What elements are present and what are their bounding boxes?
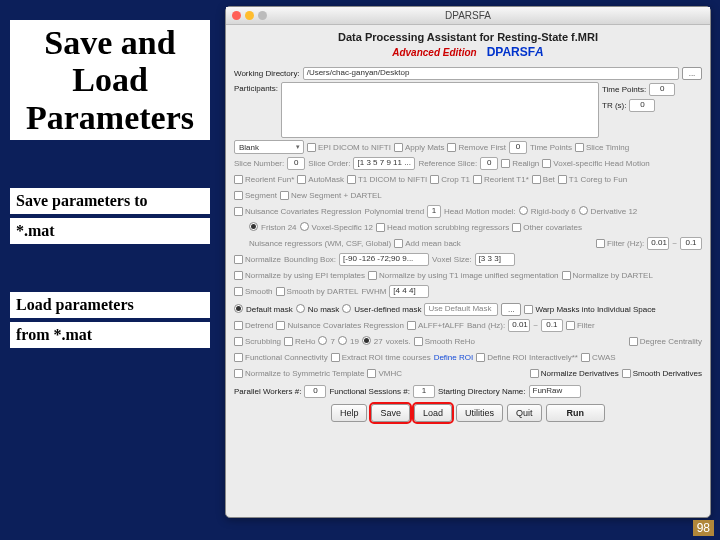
workdir-input[interactable]: /Users/chac-ganyan/Desktop bbox=[303, 67, 679, 80]
fsess-label: Functional Sessions #: bbox=[329, 387, 410, 396]
poly-input[interactable]: 1 bbox=[427, 205, 441, 218]
realign-checkbox[interactable]: Realign bbox=[501, 159, 539, 168]
note-load-2: from *.mat bbox=[10, 322, 210, 348]
degcent-checkbox[interactable]: Degree Centrality bbox=[629, 337, 702, 346]
newseg-checkbox[interactable]: New Segment + DARTEL bbox=[280, 191, 382, 200]
hm-label: Head Motion model: bbox=[444, 207, 516, 216]
normderiv-checkbox[interactable]: Normalize Derivatives bbox=[530, 369, 619, 378]
template-select[interactable]: Blank bbox=[234, 140, 304, 154]
filter-hi-input[interactable]: 0.1 bbox=[680, 237, 702, 250]
cwas-checkbox[interactable]: CWAS bbox=[581, 353, 616, 362]
load-button[interactable]: Load bbox=[414, 404, 452, 422]
reorient-fun-checkbox[interactable]: Reorient Fun* bbox=[234, 175, 294, 184]
scrub-checkbox[interactable]: Head motion scrubbing regressors bbox=[376, 223, 509, 232]
extract-checkbox[interactable]: Extract ROI time courses bbox=[331, 353, 431, 362]
save-button[interactable]: Save bbox=[371, 404, 410, 422]
reho-checkbox[interactable]: ReHo bbox=[284, 337, 315, 346]
voxhm-checkbox[interactable]: Voxel-specific Head Motion bbox=[542, 159, 650, 168]
pworkers-label: Parallel Workers #: bbox=[234, 387, 301, 396]
timepoints-input[interactable]: 0 bbox=[649, 83, 675, 96]
reho7-radio[interactable] bbox=[318, 336, 327, 347]
nuisance-checkbox[interactable]: Nuisance Covariates Regression bbox=[234, 207, 362, 216]
mask-default-radio[interactable] bbox=[234, 304, 243, 315]
titlebar[interactable]: DPARSFA bbox=[226, 7, 710, 25]
norm-epi-checkbox[interactable]: Normalize by using EPI templates bbox=[234, 271, 365, 280]
alff-checkbox[interactable]: ALFF+fALFF bbox=[407, 321, 464, 330]
slide-title-l1: Save and bbox=[12, 24, 208, 61]
hm-voxspec-radio[interactable] bbox=[300, 222, 309, 233]
filter-lo-input[interactable]: 0.01 bbox=[647, 237, 669, 250]
poly-label: Polynomial trend bbox=[365, 207, 425, 216]
automask-checkbox[interactable]: AutoMask bbox=[297, 175, 344, 184]
band-lo-input[interactable]: 0.01 bbox=[508, 319, 530, 332]
mask-path-input[interactable]: Use Default Mask bbox=[424, 303, 498, 316]
nuisance2-checkbox[interactable]: Nuisance Covariates Regression bbox=[276, 321, 404, 330]
run-button[interactable]: Run bbox=[546, 404, 606, 422]
slice-timing-checkbox[interactable]: Slice Timing bbox=[575, 143, 629, 152]
hm-rigid-radio[interactable] bbox=[519, 206, 528, 217]
normsym-checkbox[interactable]: Normalize to Symmetric Template bbox=[234, 369, 364, 378]
timepoints-label: Time Points: bbox=[602, 85, 646, 94]
bet-checkbox[interactable]: Bet bbox=[532, 175, 555, 184]
remove-first-input[interactable]: 0 bbox=[509, 141, 527, 154]
smooth-checkbox[interactable]: Smooth bbox=[234, 287, 273, 296]
apply-mats-checkbox[interactable]: Apply Mats bbox=[394, 143, 445, 152]
nuisreg-link[interactable]: Nuisance regressors (WM, CSF, Global) bbox=[249, 239, 391, 248]
voxsize-input[interactable]: [3 3 3] bbox=[475, 253, 515, 266]
t1-dicom-checkbox[interactable]: T1 DICOM to NIFTI bbox=[347, 175, 427, 184]
vmhc-checkbox[interactable]: VMHC bbox=[367, 369, 402, 378]
smoothderiv-checkbox[interactable]: Smooth Derivatives bbox=[622, 369, 702, 378]
sliceorder-input[interactable]: [1 3 5 7 9 11 ... bbox=[353, 157, 415, 170]
bbox-input[interactable]: [-90 -126 -72;90 9... bbox=[339, 253, 429, 266]
mask-browse-button[interactable]: ... bbox=[501, 303, 521, 316]
participants-label: Participants: bbox=[234, 82, 278, 93]
pworkers-input[interactable]: 0 bbox=[304, 385, 326, 398]
norm-t1-checkbox[interactable]: Normalize by using T1 image unified segm… bbox=[368, 271, 559, 280]
mask-none-radio[interactable] bbox=[296, 304, 305, 315]
app-title: Data Processing Assistant for Resting-St… bbox=[234, 31, 702, 43]
tr-input[interactable]: 0 bbox=[629, 99, 655, 112]
workdir-browse-button[interactable]: ... bbox=[682, 67, 702, 80]
smooth-dartel-checkbox[interactable]: Smooth by DARTEL bbox=[276, 287, 359, 296]
close-icon[interactable] bbox=[232, 11, 241, 20]
reorient-t1-checkbox[interactable]: Reorient T1* bbox=[473, 175, 529, 184]
reho19-radio[interactable] bbox=[338, 336, 347, 347]
slicenum-input[interactable]: 0 bbox=[287, 157, 305, 170]
band-hi-input[interactable]: 0.1 bbox=[541, 319, 563, 332]
crop-t1-checkbox[interactable]: Crop T1 bbox=[430, 175, 470, 184]
fwhm-input[interactable]: [4 4 4] bbox=[389, 285, 429, 298]
epi-dicom-checkbox[interactable]: EPI DICOM to NIFTI bbox=[307, 143, 391, 152]
fsess-input[interactable]: 1 bbox=[413, 385, 435, 398]
help-button[interactable]: Help bbox=[331, 404, 368, 422]
minimize-icon[interactable] bbox=[245, 11, 254, 20]
hm-friston-radio[interactable] bbox=[249, 222, 258, 233]
filter-checkbox[interactable]: Filter (Hz): bbox=[596, 239, 644, 248]
t1coreg-checkbox[interactable]: T1 Coreg to Fun bbox=[558, 175, 627, 184]
fc-checkbox[interactable]: Functional Connectivity bbox=[234, 353, 328, 362]
sreho-checkbox[interactable]: Smooth ReHo bbox=[414, 337, 475, 346]
maximize-icon[interactable] bbox=[258, 11, 267, 20]
scrubbing-checkbox[interactable]: Scrubbing bbox=[234, 337, 281, 346]
segment-checkbox[interactable]: Segment bbox=[234, 191, 277, 200]
remove-first-checkbox[interactable]: Remove First bbox=[447, 143, 506, 152]
normalize-checkbox[interactable]: Normalize bbox=[234, 255, 281, 264]
addmean-checkbox[interactable]: Add mean back bbox=[394, 239, 461, 248]
participants-listbox[interactable] bbox=[281, 82, 599, 138]
quit-button[interactable]: Quit bbox=[507, 404, 542, 422]
define-roi-link[interactable]: Define ROI bbox=[434, 353, 474, 362]
workdir-label: Working Directory: bbox=[234, 69, 300, 78]
brand-suffix: A bbox=[535, 45, 544, 59]
defroi-int-checkbox[interactable]: Define ROI Interactively** bbox=[476, 353, 578, 362]
mask-user-radio[interactable] bbox=[342, 304, 351, 315]
norm-dartel-checkbox[interactable]: Normalize by DARTEL bbox=[562, 271, 653, 280]
utilities-button[interactable]: Utilities bbox=[456, 404, 503, 422]
detrend-checkbox[interactable]: Detrend bbox=[234, 321, 273, 330]
hm-deriv-radio[interactable] bbox=[579, 206, 588, 217]
othercov-checkbox[interactable]: Other covariates bbox=[512, 223, 582, 232]
startdir-input[interactable]: FunRaw bbox=[529, 385, 581, 398]
reho27-radio[interactable] bbox=[362, 336, 371, 347]
slide-title: Save and Load Parameters bbox=[10, 20, 210, 140]
filter2-checkbox[interactable]: Filter bbox=[566, 321, 595, 330]
warpmask-checkbox[interactable]: Warp Masks into Individual Space bbox=[524, 305, 655, 314]
refslice-input[interactable]: 0 bbox=[480, 157, 498, 170]
